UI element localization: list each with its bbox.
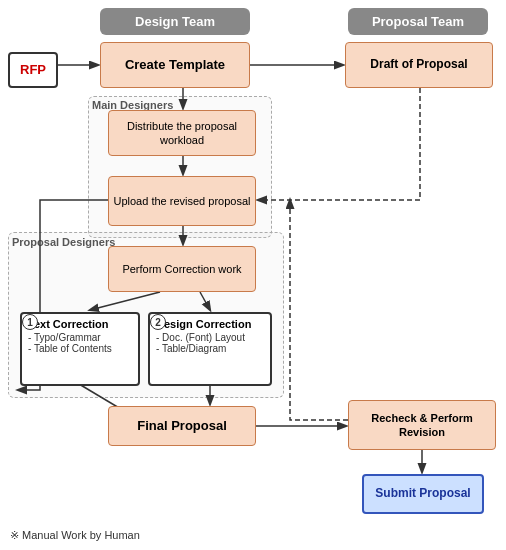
distribute-box: Distribute the proposal workload xyxy=(108,110,256,156)
design-correction-item1: - Doc. (Font) Layout xyxy=(156,332,264,343)
perform-correction-box: Perform Correction work xyxy=(108,246,256,292)
proposal-team-header: Proposal Team xyxy=(348,8,488,35)
diagram: Design Team Proposal Team Main Designers… xyxy=(0,0,506,550)
proposal-designers-label: Proposal Designers xyxy=(12,236,115,248)
text-correction-item1: - Typo/Grammar xyxy=(28,332,132,343)
text-correction-number: 1 xyxy=(22,314,38,330)
text-correction-item2: - Table of Contents xyxy=(28,343,132,354)
design-correction-box: Design Correction - Doc. (Font) Layout -… xyxy=(148,312,272,386)
design-correction-title: Design Correction xyxy=(156,318,264,330)
create-template-box: Create Template xyxy=(100,42,250,88)
recheck-box: Recheck & Perform Revision xyxy=(348,400,496,450)
manual-work-note: ※ Manual Work by Human xyxy=(10,529,140,542)
rfp-box: RFP xyxy=(8,52,58,88)
upload-box: Upload the revised proposal xyxy=(108,176,256,226)
design-correction-number: 2 xyxy=(150,314,166,330)
final-proposal-box: Final Proposal xyxy=(108,406,256,446)
draft-of-proposal-box: Draft of Proposal xyxy=(345,42,493,88)
submit-proposal-box: Submit Proposal xyxy=(362,474,484,514)
design-correction-item2: - Table/Diagram xyxy=(156,343,264,354)
text-correction-title: Text Correction xyxy=(28,318,132,330)
design-team-header: Design Team xyxy=(100,8,250,35)
text-correction-box: Text Correction - Typo/Grammar - Table o… xyxy=(20,312,140,386)
